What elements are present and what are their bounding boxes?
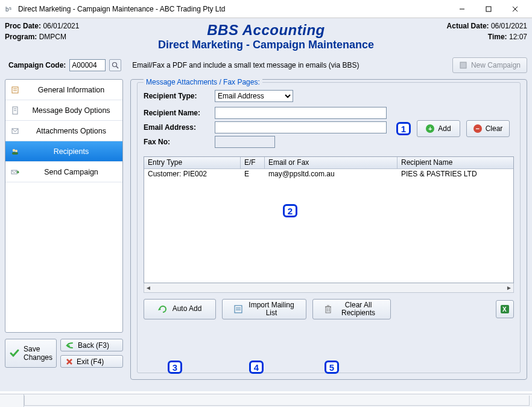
- exit-button[interactable]: Exit (F4): [60, 355, 123, 368]
- content-panel: Message Attachments / Fax Pages: Recipie…: [130, 79, 527, 380]
- cell-ef: E: [241, 169, 265, 180]
- export-excel-button[interactable]: X: [496, 300, 514, 318]
- minimize-button[interactable]: [449, 1, 475, 18]
- svg-marker-22: [158, 308, 161, 310]
- app-subtitle: Direct Marketing - Campaign Maintenance: [125, 39, 407, 51]
- new-campaign-label: New Campaign: [471, 61, 521, 69]
- header-row: Proc Date: 06/01/2021 Program: DMPCM BBS…: [5, 22, 527, 51]
- campaign-description: Email/Fax a PDF and include a small text…: [132, 61, 359, 69]
- table-row[interactable]: Customer: PIE002 E may@ppsltd.com.au PIE…: [144, 169, 513, 180]
- proc-date-label: Proc Date:: [5, 22, 41, 30]
- titlebar: bs Direct Marketing - Campaign Maintenan…: [0, 0, 532, 18]
- callout-4: 4: [249, 361, 264, 374]
- svg-text:X: X: [502, 306, 507, 313]
- back-button[interactable]: Back (F3): [60, 339, 123, 351]
- actual-date-label: Actual Date:: [447, 22, 489, 30]
- callout-5: 5: [325, 361, 339, 374]
- nav-message-body-options[interactable]: Message Body Options: [5, 100, 122, 121]
- plus-icon: +: [426, 124, 434, 133]
- import-label: Import Mailing List: [248, 301, 295, 317]
- save-label: Save Changes: [24, 345, 52, 362]
- import-mailing-list-button[interactable]: Import Mailing List: [222, 299, 306, 319]
- excel-icon: X: [499, 304, 510, 315]
- attachment-icon: [10, 126, 20, 136]
- clear-label: Clear: [486, 124, 503, 133]
- trash-icon: [324, 304, 332, 314]
- campaign-code-label: Campaign Code:: [8, 61, 66, 69]
- col-entry-type[interactable]: Entry Type: [144, 157, 241, 168]
- grid-header: Entry Type E/F Email or Fax Recipient Na…: [144, 157, 513, 169]
- nav-panel: General Information Message Body Options…: [5, 79, 123, 333]
- status-bar: [0, 394, 532, 407]
- svg-rect-18: [12, 152, 18, 155]
- window-title: Direct Marketing - Campaign Maintenance …: [18, 5, 449, 13]
- col-ef[interactable]: E/F: [241, 157, 265, 168]
- svg-rect-8: [460, 62, 466, 68]
- clear-button[interactable]: − Clear: [466, 120, 510, 137]
- nav-recipients[interactable]: Recipients: [5, 141, 122, 162]
- email-address-input[interactable]: [215, 121, 387, 133]
- svg-rect-23: [235, 306, 242, 313]
- svg-text:s: s: [9, 5, 11, 11]
- recipient-name-input[interactable]: [215, 107, 387, 119]
- fieldset-legend: Message Attachments / Fax Pages:: [144, 78, 262, 86]
- svg-point-16: [13, 149, 15, 151]
- callout-2: 2: [283, 204, 297, 217]
- maximize-button[interactable]: [475, 1, 502, 18]
- cell-name: PIES & PASTRIES LTD: [397, 169, 513, 180]
- clear-all-label: Clear All Recipients: [337, 301, 379, 317]
- recycle-icon: [158, 304, 168, 314]
- close-button[interactable]: [502, 1, 528, 18]
- svg-rect-26: [326, 307, 331, 313]
- new-icon: [459, 61, 467, 69]
- nav-general-information[interactable]: General Information: [5, 80, 122, 100]
- exit-label: Exit (F4): [77, 357, 104, 366]
- back-label: Back (F3): [78, 341, 109, 350]
- svg-rect-3: [486, 7, 491, 11]
- fax-no-label: Fax No:: [144, 138, 210, 146]
- document-icon: [10, 106, 20, 115]
- magnifier-icon: [112, 62, 119, 69]
- time-label: Time:: [488, 33, 507, 41]
- campaign-lookup-button[interactable]: [109, 59, 121, 71]
- cell-email: may@ppsltd.com.au: [265, 169, 397, 180]
- check-icon: [9, 348, 20, 359]
- horizontal-scrollbar[interactable]: ◄ ►: [144, 283, 514, 293]
- send-icon: [10, 167, 20, 177]
- info-icon: [10, 85, 20, 95]
- clear-all-recipients-button[interactable]: Clear All Recipients: [312, 299, 391, 319]
- scroll-left-icon[interactable]: ◄: [145, 284, 151, 291]
- actual-date: 06/01/2021: [491, 22, 527, 30]
- callout-3: 3: [168, 361, 182, 374]
- auto-add-button[interactable]: Auto Add: [144, 299, 216, 319]
- proc-date: 06/01/2021: [43, 22, 79, 30]
- import-icon: [233, 304, 243, 314]
- svg-line-7: [116, 66, 118, 68]
- recipient-type-label: Recipient Type:: [144, 92, 210, 100]
- recipient-type-select[interactable]: Email Address: [215, 90, 293, 102]
- minus-icon: −: [473, 124, 482, 133]
- svg-point-6: [113, 63, 117, 67]
- app-title: BBS Accounting: [125, 22, 407, 39]
- nav-attachments-options[interactable]: Attachments Options: [5, 121, 122, 141]
- nav-send-campaign[interactable]: Send Campaign: [5, 162, 122, 182]
- campaign-row: Campaign Code: Email/Fax a PDF and inclu…: [5, 57, 527, 73]
- recipients-grid: Entry Type E/F Email or Fax Recipient Na…: [144, 156, 514, 283]
- scroll-right-icon[interactable]: ►: [506, 284, 512, 291]
- x-icon: [66, 358, 73, 365]
- new-campaign-button[interactable]: New Campaign: [452, 57, 527, 73]
- col-recipient-name[interactable]: Recipient Name: [397, 157, 513, 168]
- program-code: DMPCM: [39, 33, 66, 41]
- nav-label: General Information: [25, 86, 118, 94]
- nav-label: Message Body Options: [25, 106, 118, 115]
- callout-1: 1: [396, 122, 411, 135]
- grid-body[interactable]: Customer: PIE002 E may@ppsltd.com.au PIE…: [144, 169, 513, 283]
- svg-rect-9: [12, 87, 18, 93]
- nav-label: Recipients: [25, 147, 118, 156]
- auto-add-label: Auto Add: [173, 305, 202, 313]
- save-changes-button[interactable]: Save Changes: [5, 339, 57, 368]
- cell-entry-type: Customer: PIE002: [144, 169, 241, 180]
- col-email-or-fax[interactable]: Email or Fax: [265, 157, 397, 168]
- campaign-code-input[interactable]: [69, 59, 106, 71]
- add-button[interactable]: + Add: [417, 120, 460, 137]
